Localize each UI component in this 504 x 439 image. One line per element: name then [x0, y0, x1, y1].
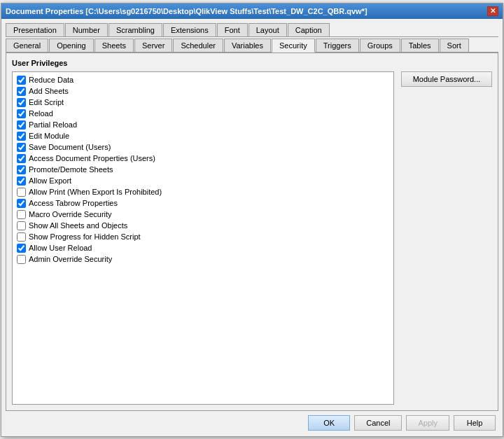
privilege-label-9: Allow Export: [29, 176, 71, 185]
privilege-checkbox-14[interactable]: [17, 232, 26, 242]
privilege-item-12[interactable]: Macro Override Security: [15, 209, 391, 220]
tab-tables[interactable]: Tables: [401, 39, 439, 52]
tab-layout[interactable]: Layout: [248, 23, 287, 36]
privilege-item-8[interactable]: Promote/Demote Sheets: [15, 165, 391, 175]
tab-sort[interactable]: Sort: [440, 39, 469, 52]
document-properties-window: Document Properties [C:\Users\sg0216750\…: [1, 3, 503, 437]
privilege-checkbox-4[interactable]: [17, 120, 26, 130]
right-panel: Module Password...: [401, 71, 492, 405]
tab-row-second: GeneralOpeningSheetsServerSchedulerVaria…: [6, 39, 498, 53]
help-button[interactable]: Help: [454, 415, 496, 431]
privilege-label-13: Show All Sheets and Objects: [29, 221, 127, 230]
privilege-checkbox-7[interactable]: [17, 154, 26, 163]
privilege-checkbox-16[interactable]: [17, 255, 26, 264]
bottom-bar: OK Cancel Apply Help: [6, 411, 498, 432]
apply-button[interactable]: Apply: [406, 415, 449, 431]
tab-general[interactable]: General: [6, 39, 48, 52]
privilege-item-6[interactable]: Save Document (Users): [15, 142, 391, 153]
privilege-label-15: Allow User Reload: [29, 244, 92, 252]
content-area: Reduce DataAdd SheetsEdit ScriptReloadPa…: [12, 71, 492, 405]
privilege-item-15[interactable]: Allow User Reload: [15, 243, 391, 253]
title-bar: Document Properties [C:\Users\sg0216750\…: [1, 4, 503, 19]
tab-font[interactable]: Font: [217, 23, 248, 36]
module-password-button[interactable]: Module Password...: [401, 71, 492, 87]
privilege-checkbox-5[interactable]: [17, 132, 26, 141]
privilege-item-16[interactable]: Admin Override Security: [15, 254, 391, 265]
privilege-checkbox-10[interactable]: [17, 188, 26, 197]
tab-extensions[interactable]: Extensions: [163, 23, 216, 36]
privilege-checkbox-3[interactable]: [17, 109, 26, 118]
tab-triggers[interactable]: Triggers: [316, 39, 359, 52]
tab-variables[interactable]: Variables: [224, 39, 271, 52]
window-body: PresentationNumberScramblingExtensionsFo…: [1, 19, 503, 436]
window-title: Document Properties [C:\Users\sg0216750\…: [6, 7, 368, 15]
tab-groups[interactable]: Groups: [360, 39, 400, 52]
privilege-checkbox-12[interactable]: [17, 210, 26, 219]
privilege-item-1[interactable]: Add Sheets: [15, 86, 391, 97]
tab-scheduler[interactable]: Scheduler: [173, 39, 223, 52]
ok-button[interactable]: OK: [308, 415, 350, 431]
privilege-item-3[interactable]: Reload: [15, 109, 391, 119]
privilege-item-2[interactable]: Edit Script: [15, 97, 391, 108]
privilege-label-3: Reload: [29, 109, 53, 118]
privilege-checkbox-6[interactable]: [17, 143, 26, 152]
privilege-checkbox-1[interactable]: [17, 87, 26, 96]
privilege-item-0[interactable]: Reduce Data: [15, 75, 391, 85]
tab-presentation[interactable]: Presentation: [6, 23, 64, 36]
privilege-checkbox-2[interactable]: [17, 98, 26, 107]
privilege-label-7: Access Document Properties (Users): [29, 154, 155, 162]
privilege-checkbox-8[interactable]: [17, 165, 26, 174]
privilege-checkbox-15[interactable]: [17, 244, 26, 253]
section-title: User Privileges: [12, 59, 492, 67]
privilege-label-11: Access Tabrow Properties: [29, 199, 118, 207]
privilege-label-2: Edit Script: [29, 98, 64, 106]
privilege-label-1: Add Sheets: [29, 87, 69, 95]
cancel-button[interactable]: Cancel: [354, 415, 402, 431]
privilege-label-10: Allow Print (When Export Is Prohibited): [29, 188, 162, 196]
privilege-label-4: Partial Reload: [29, 120, 77, 129]
tab-scrambling[interactable]: Scrambling: [108, 23, 162, 36]
tab-sheets[interactable]: Sheets: [94, 39, 134, 52]
privilege-item-7[interactable]: Access Document Properties (Users): [15, 153, 391, 164]
privilege-label-6: Save Document (Users): [29, 143, 111, 151]
tab-number[interactable]: Number: [65, 23, 108, 36]
tab-row-top: PresentationNumberScramblingExtensionsFo…: [6, 23, 498, 37]
privilege-checkbox-9[interactable]: [17, 176, 26, 186]
privilege-label-12: Macro Override Security: [29, 210, 112, 218]
privilege-item-4[interactable]: Partial Reload: [15, 120, 391, 130]
tab-opening[interactable]: Opening: [49, 39, 94, 52]
privilege-label-5: Edit Module: [29, 132, 69, 140]
privilege-label-16: Admin Override Security: [29, 255, 112, 263]
tab-caption[interactable]: Caption: [288, 23, 330, 36]
tab-security[interactable]: Security: [272, 39, 315, 53]
privileges-list: Reduce DataAdd SheetsEdit ScriptReloadPa…: [12, 71, 394, 405]
privilege-label-8: Promote/Demote Sheets: [29, 165, 113, 174]
privilege-item-9[interactable]: Allow Export: [15, 176, 391, 186]
privilege-item-14[interactable]: Show Progress for Hidden Script: [15, 232, 391, 242]
privilege-item-5[interactable]: Edit Module: [15, 131, 391, 141]
privilege-item-13[interactable]: Show All Sheets and Objects: [15, 221, 391, 231]
privilege-checkbox-11[interactable]: [17, 199, 26, 208]
close-button[interactable]: ✕: [487, 6, 498, 16]
tab-server[interactable]: Server: [134, 39, 172, 52]
privilege-item-10[interactable]: Allow Print (When Export Is Prohibited): [15, 187, 391, 197]
privilege-label-0: Reduce Data: [29, 76, 74, 84]
main-content: User Privileges Reduce DataAdd SheetsEdi…: [6, 53, 498, 411]
privilege-checkbox-0[interactable]: [17, 76, 26, 85]
privilege-checkbox-13[interactable]: [17, 221, 26, 230]
privilege-item-11[interactable]: Access Tabrow Properties: [15, 198, 391, 209]
privilege-label-14: Show Progress for Hidden Script: [29, 232, 141, 241]
